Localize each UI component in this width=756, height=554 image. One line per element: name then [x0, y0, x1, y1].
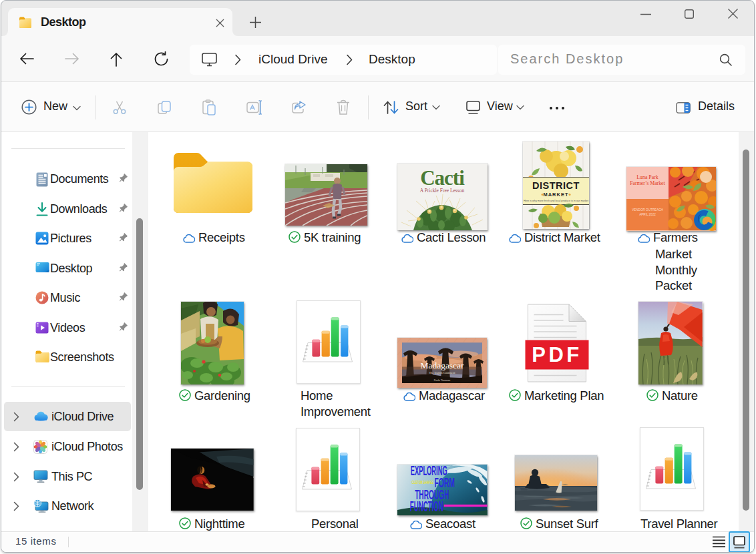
svg-text:DISTRICT: DISTRICT: [532, 180, 580, 191]
svg-text:Luna Park: Luna Park: [636, 174, 658, 180]
svg-text:Paulo Thomazo: Paulo Thomazo: [434, 378, 451, 381]
svg-text:APRIL 2022: APRIL 2022: [639, 213, 656, 216]
svg-text:Here is why more fresh and loc: Here is why more fresh and local produce…: [524, 200, 589, 202]
svg-text:FUNCTION: FUNCTION: [410, 499, 443, 515]
svg-text:Madagascar: Madagascar: [420, 360, 464, 370]
svg-text:VENDOR OUTREACH: VENDOR OUTREACH: [632, 208, 663, 212]
svg-text:Farmer’s Market: Farmer’s Market: [630, 180, 665, 186]
svg-text:PDF: PDF: [532, 343, 582, 366]
svg-text:MARKET: MARKET: [543, 192, 568, 198]
svg-text:The Eighth Continent: The Eighth Continent: [429, 370, 456, 374]
svg-text:Cacti: Cacti: [420, 166, 465, 190]
svg-text:CUSTOM SHAPES: CUSTOM SHAPES: [412, 480, 434, 485]
svg-text:A Prickle Free Lesson: A Prickle Free Lesson: [420, 188, 465, 194]
